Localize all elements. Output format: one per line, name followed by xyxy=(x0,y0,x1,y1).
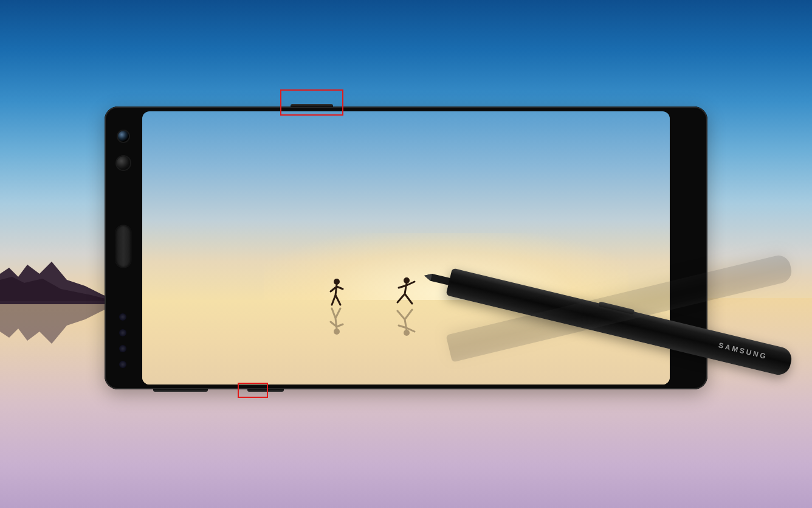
phone-volume-button xyxy=(153,389,208,392)
sensor-dot xyxy=(119,313,126,321)
landscape-rocks-reflection xyxy=(0,301,122,350)
landscape-rocks xyxy=(0,256,122,304)
front-camera-icon xyxy=(118,131,129,142)
proximity-sensors xyxy=(119,313,128,368)
sensor-dot xyxy=(119,361,126,368)
annotation-box-top xyxy=(280,89,343,116)
earpiece-speaker xyxy=(115,225,131,268)
running-figures-reflection xyxy=(318,301,452,338)
sensor-dot xyxy=(119,329,126,336)
iris-scanner-icon xyxy=(117,156,130,170)
phone-device xyxy=(105,106,707,389)
sensor-dot xyxy=(119,345,126,352)
annotation-box-bottom xyxy=(238,383,268,398)
product-scene: SAMSUNG xyxy=(0,0,812,508)
phone-front-sensors xyxy=(105,106,142,389)
phone-screen xyxy=(142,111,670,384)
